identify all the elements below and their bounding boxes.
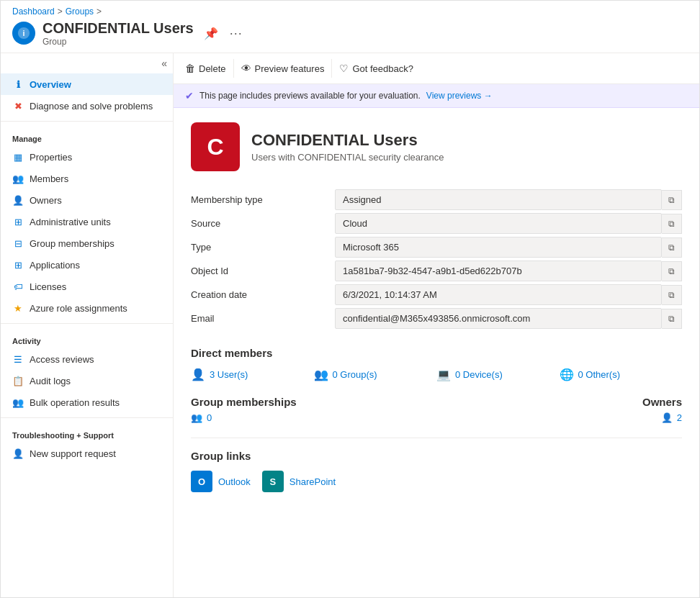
prop-copy-button[interactable]: ⧉ bbox=[662, 261, 682, 281]
preview-features-button[interactable]: 👁 Preview features bbox=[234, 59, 333, 78]
azure-roles-icon: ★ bbox=[12, 302, 24, 314]
groups-count: 0 Group(s) bbox=[333, 369, 377, 380]
preview-icon: 👁 bbox=[241, 63, 251, 74]
sharepoint-link[interactable]: S SharePoint bbox=[262, 471, 336, 492]
owners-col-title: Owners bbox=[642, 396, 682, 408]
page-title: CONFIDENTIAL Users bbox=[42, 19, 194, 37]
group-detail: C CONFIDENTIAL Users Users with CONFIDEN… bbox=[174, 108, 699, 507]
prop-value-container: 1a581ba7-9b32-4547-a9b1-d5ed622b707b ⧉ bbox=[335, 261, 682, 281]
prop-value: 1a581ba7-9b32-4547-a9b1-d5ed622b707b bbox=[335, 261, 662, 281]
prop-value: Microsoft 365 bbox=[335, 237, 662, 258]
sidebar-new-support-label: New support request bbox=[30, 448, 116, 459]
users-count: 3 User(s) bbox=[210, 369, 248, 380]
preview-banner: ✔ This page includes previews available … bbox=[174, 84, 699, 108]
groups-icon: 👥 bbox=[314, 368, 328, 381]
sidebar-audit-logs-label: Audit logs bbox=[30, 376, 71, 386]
others-stat[interactable]: 🌐 0 Other(s) bbox=[560, 368, 683, 381]
sidebar-item-access-reviews[interactable]: ☰ Access reviews bbox=[1, 348, 173, 370]
sidebar-item-new-support[interactable]: 👤 New support request bbox=[1, 443, 173, 464]
sidebar-item-bulk-ops[interactable]: 👥 Bulk operation results bbox=[1, 391, 173, 413]
toolbar: 🗑 Delete 👁 Preview features ♡ Got feedba… bbox=[174, 53, 699, 84]
outlook-link[interactable]: O Outlook bbox=[191, 471, 251, 492]
sidebar-item-group-memberships[interactable]: ⊟ Group memberships bbox=[1, 232, 173, 254]
sidebar-collapse[interactable]: « bbox=[1, 53, 173, 73]
prop-label: Creation date bbox=[191, 284, 335, 306]
groups-stat[interactable]: 👥 0 Group(s) bbox=[314, 368, 437, 381]
breadcrumb-sep-1: > bbox=[58, 6, 63, 17]
sidebar-admin-units-label: Administrative units bbox=[30, 217, 111, 227]
sidebar-group-memberships-label: Group memberships bbox=[30, 238, 115, 249]
new-support-icon: 👤 bbox=[12, 448, 24, 459]
diagnose-icon: ✖ bbox=[12, 100, 24, 112]
sidebar-item-overview[interactable]: ℹ Overview bbox=[1, 73, 173, 95]
properties-icon: ▦ bbox=[12, 151, 24, 163]
feedback-button[interactable]: ♡ Got feedback? bbox=[332, 59, 421, 78]
sidebar: « ℹ Overview ✖ Diagnose and solve proble… bbox=[1, 53, 174, 597]
admin-units-icon: ⊞ bbox=[12, 216, 24, 227]
collapse-icon[interactable]: « bbox=[161, 58, 167, 69]
prop-value: Cloud bbox=[335, 213, 662, 234]
devices-stat[interactable]: 💻 0 Device(s) bbox=[436, 368, 560, 381]
users-stat[interactable]: 👤 3 User(s) bbox=[191, 368, 314, 381]
devices-count: 0 Device(s) bbox=[455, 369, 503, 380]
breadcrumb-groups[interactable]: Groups bbox=[66, 6, 94, 17]
breadcrumb-dashboard[interactable]: Dashboard bbox=[12, 6, 55, 17]
sidebar-item-audit-logs[interactable]: 📋 Audit logs bbox=[1, 370, 173, 391]
direct-members-row: 👤 3 User(s) 👥 0 Group(s) 💻 0 Device(s) 🌐… bbox=[191, 368, 682, 381]
owners-icon: 👤 bbox=[661, 412, 673, 423]
prop-label: Email bbox=[191, 307, 335, 330]
sidebar-item-licenses[interactable]: 🏷 Licenses bbox=[1, 276, 173, 297]
sidebar-item-members[interactable]: 👥 Members bbox=[1, 168, 173, 189]
sidebar-item-owners[interactable]: 👤 Owners bbox=[1, 189, 173, 211]
group-memberships-col-title: Group memberships bbox=[191, 396, 297, 408]
prop-copy-button[interactable]: ⧉ bbox=[662, 309, 682, 329]
preview-banner-text: This page includes previews available fo… bbox=[199, 91, 421, 101]
sidebar-applications-label: Applications bbox=[30, 260, 80, 271]
prop-copy-button[interactable]: ⧉ bbox=[662, 285, 682, 305]
members-icon: 👥 bbox=[12, 173, 24, 184]
sidebar-item-properties[interactable]: ▦ Properties bbox=[1, 146, 173, 168]
activity-section-title: Activity bbox=[1, 328, 173, 348]
sidebar-azure-roles-label: Azure role assignments bbox=[30, 303, 127, 314]
bulk-ops-icon: 👥 bbox=[12, 397, 24, 408]
prop-value-container: 6/3/2021, 10:14:37 AM ⧉ bbox=[335, 284, 682, 305]
group-links-title: Group links bbox=[191, 450, 682, 462]
others-count: 0 Other(s) bbox=[578, 369, 621, 380]
sidebar-members-label: Members bbox=[30, 173, 68, 184]
access-reviews-icon: ☰ bbox=[12, 353, 24, 365]
manage-section-title: Manage bbox=[1, 126, 173, 146]
prop-copy-button[interactable]: ⧉ bbox=[662, 214, 682, 234]
preview-banner-link[interactable]: View previews → bbox=[426, 91, 493, 101]
delete-icon: 🗑 bbox=[185, 63, 195, 74]
pin-icon[interactable]: 📌 bbox=[201, 25, 221, 42]
group-memberships-icon: ⊟ bbox=[12, 237, 24, 249]
prop-row: Type Microsoft 365 ⧉ bbox=[191, 236, 682, 258]
sidebar-item-applications[interactable]: ⊞ Applications bbox=[1, 254, 173, 276]
sidebar-item-admin-units[interactable]: ⊞ Administrative units bbox=[1, 211, 173, 232]
support-section-title: Troubleshooting + Support bbox=[1, 422, 173, 443]
prop-copy-button[interactable]: ⧉ bbox=[662, 237, 682, 258]
delete-button[interactable]: 🗑 Delete bbox=[185, 59, 234, 78]
sidebar-item-diagnose[interactable]: ✖ Diagnose and solve problems bbox=[1, 95, 173, 117]
prop-value-container: Assigned ⧉ bbox=[335, 189, 682, 210]
more-options-icon[interactable]: ··· bbox=[227, 24, 246, 42]
group-header: C CONFIDENTIAL Users Users with CONFIDEN… bbox=[191, 122, 682, 171]
svg-text:i: i bbox=[23, 29, 25, 37]
owners-col: Owners 👤 2 bbox=[642, 396, 682, 423]
group-memberships-count[interactable]: 👥 0 bbox=[191, 412, 297, 423]
group-avatar: C bbox=[191, 122, 240, 171]
sidebar-overview-label: Overview bbox=[30, 79, 71, 90]
prop-value: confidential@M365x493856.onmicrosoft.com bbox=[335, 308, 662, 329]
owners-count[interactable]: 👤 2 bbox=[661, 412, 682, 423]
preview-banner-icon: ✔ bbox=[185, 90, 194, 101]
prop-value: Assigned bbox=[335, 189, 662, 210]
page-icon: i bbox=[12, 22, 35, 45]
prop-label: Object Id bbox=[191, 260, 335, 282]
prop-row: Email confidential@M365x493856.onmicroso… bbox=[191, 307, 682, 330]
prop-copy-button[interactable]: ⧉ bbox=[662, 190, 682, 210]
outlook-link-label: Outlook bbox=[218, 476, 251, 487]
overview-icon: ℹ bbox=[12, 78, 24, 90]
group-name: CONFIDENTIAL Users bbox=[251, 131, 444, 150]
sharepoint-link-label: SharePoint bbox=[290, 476, 336, 487]
sidebar-item-azure-roles[interactable]: ★ Azure role assignments bbox=[1, 297, 173, 319]
